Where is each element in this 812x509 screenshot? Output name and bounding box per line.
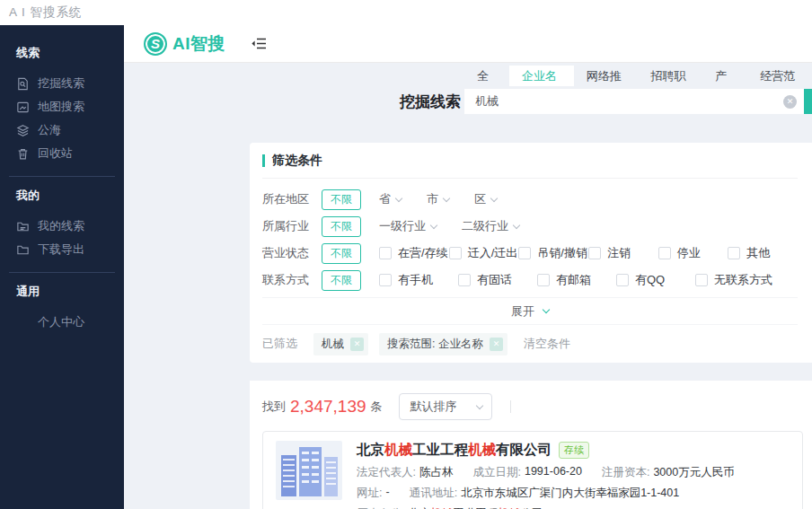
none [16,316,30,329]
tab-经营范围[interactable]: 经营范围 [747,66,812,86]
document-search-icon [16,77,30,91]
sidebar-item-label: 我的线索 [38,218,84,234]
expand-filters-button[interactable]: 展开 [262,297,798,325]
clear-filters-button[interactable]: 清空条件 [524,336,570,352]
company-title-row: 北京机械工业工程机械有限公司存续 [357,441,790,460]
filter-dropdown[interactable]: 市 [427,191,449,207]
filter-checkbox[interactable]: 有QQ [616,272,695,288]
filter-checkbox[interactable]: 迁入/迁出 [449,245,519,261]
sidebar-item-none[interactable]: 个人中心 [0,311,124,334]
sidebar-item-label: 个人中心 [38,314,84,330]
unlimited-button[interactable]: 不限 [322,216,361,237]
filter-dropdown-label: 省 [379,191,391,207]
meta-label: 成立日期: [472,465,520,480]
panel-accent-bar [262,154,265,167]
search-button[interactable] [804,89,812,114]
checkbox-icon [658,247,671,259]
result-count-unit: 条 [371,399,383,415]
folder-export-icon [16,243,30,257]
status-badge: 存续 [559,442,589,459]
tab-全部[interactable]: 全部 [464,66,509,86]
app-header: S AI智搜 [124,25,812,63]
folder-leads-icon [16,220,30,233]
chevron-down-icon [513,221,520,228]
tab-企业名称[interactable]: 企业名称 [509,66,574,86]
search-input[interactable]: 机械 ✕ [464,89,804,114]
checkbox-icon [588,247,601,259]
layers-icon [16,124,30,137]
meta-label: 通讯地址: [410,486,457,501]
filter-tag: 机械✕ [313,333,368,355]
meta-label: 法定代表人: [357,465,416,480]
close-icon[interactable]: ✕ [490,338,503,351]
filter-dropdown[interactable]: 二级行业 [462,218,519,234]
checkbox-icon [449,247,462,259]
system-title: A I 智搜系统 [0,0,812,25]
divider [9,176,115,177]
unlimited-button[interactable]: 不限 [322,270,361,291]
meta-row: 法定代表人:陈占林成立日期:1991-06-20注册资本:3000万元人民币 [357,465,790,480]
sidebar-item-layers[interactable]: 公海 [0,118,124,142]
checkbox-icon [518,247,531,259]
unlimited-button[interactable]: 不限 [322,243,361,264]
sidebar-item-folder-leads[interactable]: 我的线索 [0,215,124,238]
filter-dropdown-label: 市 [427,191,438,207]
unlimited-button[interactable]: 不限 [322,189,361,210]
filter-row-label: 营业状态 [262,245,309,261]
close-icon[interactable]: ✕ [350,338,364,351]
trash-icon [16,147,30,161]
filter-checkbox[interactable]: 在营/存续 [379,245,449,261]
tab-产品[interactable]: 产品 [702,66,747,86]
tab-网络推广[interactable]: 网络推广 [574,66,639,86]
app-logo: S AI智搜 [144,32,225,56]
checkbox-icon [458,274,471,286]
checkbox-label: 有手机 [398,272,433,288]
company-name[interactable]: 北京机械工业工程机械有限公司 [357,441,552,460]
filter-checkbox[interactable]: 有手机 [379,272,458,288]
keyword-highlight: 机械 [468,442,496,457]
filter-panel: 筛选条件 所在地区不限省市区所属行业不限一级行业二级行业营业状态不限在营/存续迁… [250,143,812,363]
chevron-down-icon [543,306,550,313]
sidebar-item-folder-export[interactable]: 下载导出 [0,238,124,261]
filter-checkbox[interactable]: 吊销/撤销 [518,245,588,261]
filter-checkbox[interactable]: 有邮箱 [537,272,616,288]
sidebar: 线索挖掘线索地图搜索公海回收站我的我的线索下载导出通用个人中心 [0,25,124,509]
filter-dropdown[interactable]: 一级行业 [379,218,437,234]
filter-dropdown[interactable]: 省 [379,191,402,207]
tab-招聘职位[interactable]: 招聘职位 [639,66,703,86]
checkbox-icon [537,274,550,286]
title-text: 北京 [357,442,384,457]
meta-label: 注册资本: [602,465,649,480]
filter-checkbox[interactable]: 停业 [658,245,728,261]
result-card[interactable]: 北京机械工业工程机械有限公司存续法定代表人:陈占林成立日期:1991-06-20… [262,431,803,509]
chevron-down-icon [443,194,450,201]
filter-checkbox[interactable]: 其他 [728,245,798,261]
filter-row: 联系方式不限有手机有固话有邮箱有QQ无联系方式 [262,267,798,294]
checkbox-icon [728,247,740,259]
sidebar-section-label: 通用 [0,284,124,300]
checkbox-icon [379,247,392,259]
sidebar-item-map-search[interactable]: 地图搜索 [0,95,124,118]
chevron-down-icon [490,194,498,201]
meta-value: 陈占林 [419,465,454,480]
filter-rows: 所在地区不限省市区所属行业不限一级行业二级行业营业状态不限在营/存续迁入/迁出吊… [262,179,798,294]
filter-checkbox[interactable]: 有固话 [458,272,537,288]
meta-value: 1991-06-20 [525,465,582,480]
filter-dropdown[interactable]: 区 [474,191,497,207]
checkbox-label: 迁入/迁出 [468,245,518,261]
fold-menu-icon[interactable] [251,37,267,50]
sidebar-item-document-search[interactable]: 挖掘线索 [0,72,124,95]
sidebar-item-trash[interactable]: 回收站 [0,142,124,165]
sidebar-item-label: 下载导出 [38,241,84,258]
main-content: 全部企业名称网络推广招聘职位产品经营范围 挖掘线索 机械 ✕ 筛选条件 所在地区… [124,63,812,509]
sidebar-section-label: 线索 [0,45,124,61]
filter-checkbox[interactable]: 注销 [588,245,658,261]
circle-close-icon[interactable]: ✕ [783,95,797,109]
meta-row: 网址:-通讯地址:北京市东城区广渠门内大街幸福家园1-1-401 [357,486,790,501]
selected-filters-label: 已筛选 [262,336,297,352]
sort-dropdown[interactable]: 默认排序 [399,393,492,420]
filter-checkbox[interactable]: 无联系方式 [695,272,774,288]
checkbox-label: 有固话 [477,272,512,288]
filter-tag: 搜索范围: 企业名称✕ [379,333,508,355]
page-title: 挖掘线索 [400,92,464,112]
